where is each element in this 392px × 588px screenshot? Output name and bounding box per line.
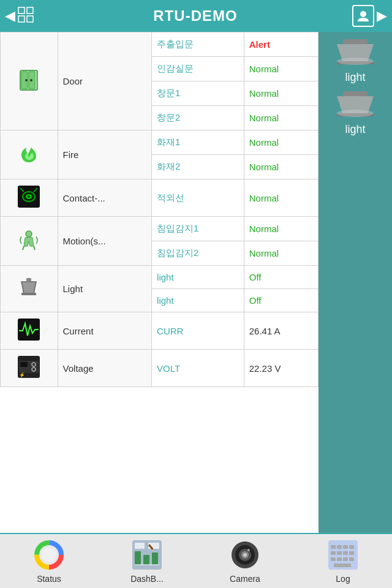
sensor-status-cell: Normal bbox=[244, 217, 318, 241]
category-cell: Current bbox=[58, 312, 152, 350]
svg-rect-69 bbox=[334, 564, 351, 567]
svg-rect-33 bbox=[343, 91, 368, 96]
svg-point-8 bbox=[25, 79, 28, 81]
svg-rect-43 bbox=[135, 543, 145, 549]
svg-rect-67 bbox=[343, 557, 348, 561]
svg-rect-68 bbox=[349, 557, 354, 561]
svg-point-9 bbox=[30, 79, 32, 81]
sensor-name-cell[interactable]: 창문2 bbox=[152, 106, 244, 130]
svg-rect-61 bbox=[331, 551, 336, 555]
sensor-name-cell[interactable]: 침입감지2 bbox=[152, 241, 244, 266]
category-cell: Voltage bbox=[58, 350, 152, 387]
svg-line-17 bbox=[23, 246, 24, 250]
svg-rect-2 bbox=[18, 16, 24, 22]
page-title: RTU-DEMO bbox=[39, 7, 352, 24]
svg-rect-47 bbox=[152, 552, 158, 565]
sensor-table-area: Door주출입문Alert인감실문Normal창문1Normal창문2Norma… bbox=[0, 32, 318, 533]
sensor-status-cell: Off bbox=[244, 266, 318, 289]
sensor-status-cell: Normal bbox=[244, 130, 318, 155]
icon-motion bbox=[1, 217, 58, 266]
sensor-name-cell[interactable]: CURR bbox=[152, 312, 244, 350]
light-widget-2: light bbox=[331, 90, 380, 136]
table-row: LightlightOff bbox=[1, 266, 318, 289]
header: ◀ RTU-DEMO ▶ bbox=[0, 0, 392, 32]
svg-rect-25 bbox=[20, 362, 28, 367]
status-icon bbox=[32, 538, 66, 571]
main-content: Door주출입문Alert인감실문Normal창문1Normal창문2Norma… bbox=[0, 32, 392, 533]
svg-rect-62 bbox=[337, 551, 342, 555]
header-right: ▶ bbox=[352, 5, 387, 27]
icon-fire bbox=[1, 130, 58, 179]
svg-rect-29 bbox=[343, 39, 368, 44]
svg-rect-57 bbox=[331, 545, 336, 549]
log-icon bbox=[326, 538, 360, 571]
sensor-name-cell[interactable]: light bbox=[152, 266, 244, 289]
svg-rect-20 bbox=[21, 293, 36, 295]
icon-current bbox=[1, 312, 58, 350]
sensor-status-cell: 22.23 V bbox=[244, 350, 318, 387]
grid-icon[interactable] bbox=[18, 7, 34, 26]
light-label-1: light bbox=[345, 71, 365, 84]
svg-point-55 bbox=[247, 549, 250, 551]
svg-text:⚡: ⚡ bbox=[19, 372, 25, 378]
camera-icon bbox=[228, 538, 262, 571]
svg-point-16 bbox=[26, 231, 32, 237]
category-cell: Motion(s... bbox=[58, 217, 152, 266]
profile-icon-box[interactable] bbox=[352, 5, 374, 27]
sensor-name-cell[interactable]: 침입감지1 bbox=[152, 217, 244, 241]
category-cell: Fire bbox=[58, 130, 152, 179]
category-cell: Contact-... bbox=[58, 179, 152, 217]
light-fixture-2-icon bbox=[331, 90, 380, 121]
sensor-status-cell: Normal bbox=[244, 106, 318, 130]
svg-line-18 bbox=[34, 246, 35, 250]
dashboard-icon bbox=[130, 538, 164, 571]
svg-rect-63 bbox=[343, 551, 348, 555]
back-button[interactable]: ◀ bbox=[5, 8, 15, 24]
svg-point-32 bbox=[337, 58, 374, 65]
sensor-name-cell[interactable]: 화재1 bbox=[152, 130, 244, 155]
table-row: CurrentCURR26.41 A bbox=[1, 312, 318, 350]
sensor-status-cell: Normal bbox=[244, 155, 318, 179]
sensor-table: Door주출입문Alert인감실문Normal창문1Normal창문2Norma… bbox=[0, 32, 318, 387]
nav-log[interactable]: Log bbox=[318, 538, 368, 584]
svg-rect-1 bbox=[27, 7, 33, 13]
svg-rect-45 bbox=[135, 551, 141, 565]
sensor-name-cell[interactable]: light bbox=[152, 289, 244, 312]
sensor-name-cell[interactable]: 화재2 bbox=[152, 155, 244, 179]
nav-camera[interactable]: Camera bbox=[221, 538, 270, 584]
table-row: ⚡ VoltageVOLT22.23 V bbox=[1, 350, 318, 387]
sensor-status-cell: 26.41 A bbox=[244, 312, 318, 350]
svg-rect-58 bbox=[337, 545, 342, 549]
sensor-name-cell[interactable]: 인감실문 bbox=[152, 57, 244, 81]
camera-nav-label: Camera bbox=[230, 574, 260, 584]
svg-rect-0 bbox=[18, 7, 24, 13]
svg-point-13 bbox=[28, 195, 30, 198]
svg-point-4 bbox=[360, 11, 366, 17]
svg-marker-19 bbox=[21, 282, 36, 294]
svg-rect-65 bbox=[331, 557, 336, 561]
sensor-name-cell[interactable]: 창문1 bbox=[152, 81, 244, 106]
sensor-name-cell[interactable]: 주출입문 bbox=[152, 32, 244, 57]
sensor-status-cell: Off bbox=[244, 289, 318, 312]
light-widget-1: light bbox=[331, 38, 380, 84]
svg-point-54 bbox=[243, 553, 247, 557]
sensor-status-cell: Alert bbox=[244, 32, 318, 57]
nav-dashboard[interactable]: DashB... bbox=[123, 538, 172, 584]
dashboard-nav-label: DashB... bbox=[130, 574, 164, 584]
svg-point-41 bbox=[42, 548, 56, 562]
icon-contact bbox=[1, 179, 58, 217]
sensor-name-cell[interactable]: VOLT bbox=[152, 350, 244, 387]
sensor-status-cell: Normal bbox=[244, 241, 318, 266]
nav-status[interactable]: Status bbox=[24, 538, 74, 584]
icon-light bbox=[1, 266, 58, 312]
light-label-2: light bbox=[345, 123, 365, 136]
forward-icon[interactable]: ▶ bbox=[377, 8, 387, 24]
status-nav-label: Status bbox=[37, 574, 61, 584]
sensor-name-cell[interactable]: 적외선 bbox=[152, 179, 244, 217]
table-row: Door주출입문Alert bbox=[1, 32, 318, 57]
light-fixture-1-icon bbox=[331, 38, 380, 69]
category-cell: Door bbox=[58, 32, 152, 130]
icon-door bbox=[1, 32, 58, 130]
table-row: Contact-...적외선Normal bbox=[1, 179, 318, 217]
svg-rect-46 bbox=[143, 555, 149, 565]
